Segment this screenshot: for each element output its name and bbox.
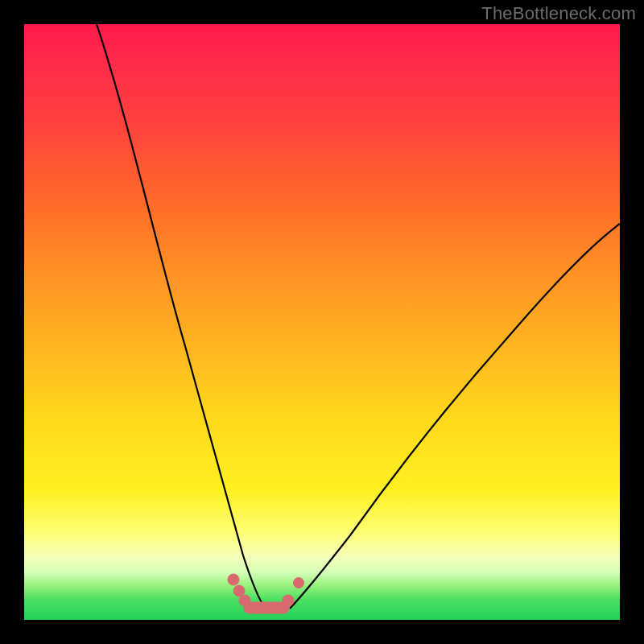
valley-marker-group: [228, 574, 304, 608]
chart-frame: TheBottleneck.com: [0, 0, 644, 644]
valley-dot: [283, 595, 294, 606]
valley-dot: [228, 574, 239, 585]
valley-dot: [294, 578, 304, 588]
plot-area: [24, 24, 620, 620]
left-curve: [97, 24, 266, 609]
right-curve: [290, 224, 620, 609]
curve-layer: [24, 24, 620, 620]
watermark-text: TheBottleneck.com: [481, 3, 636, 24]
